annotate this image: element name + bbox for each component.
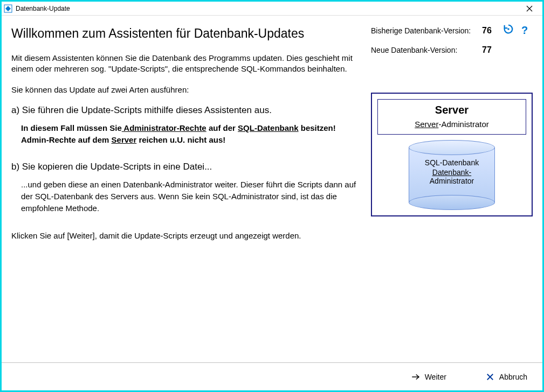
option-b-title: b) Sie kopieren die Update-Scripts in ei… (11, 162, 360, 172)
option-a-title: a) Sie führen die Update-Scripts mithilf… (11, 105, 360, 116)
note-pre: In diesem Fall müssen Sie (21, 123, 122, 132)
restore-icon[interactable] (502, 23, 514, 38)
cancel-button-label: Abbruch (499, 373, 527, 381)
option-b-body: ...und geben diese an einen Datenbank-Ad… (21, 179, 360, 214)
server-admin-ul: Server (415, 120, 438, 129)
arrow-right-icon (411, 372, 421, 382)
option-a-note: In diesem Fall müssen Sie Administrator-… (21, 122, 360, 146)
help-icon[interactable]: ? (521, 24, 528, 37)
note-admin: Administrator-Rechte (122, 123, 206, 132)
window: Datenbank-Update Willkommen zum Assisten… (0, 0, 544, 392)
ways-line: Sie können das Update auf zwei Arten aus… (11, 85, 360, 95)
new-version-row: Neue Datenbank-Version: 77 (371, 45, 533, 55)
db-admin-line2: Administrator (430, 177, 474, 185)
prev-version-label: Bisherige Datenbank-Version: (371, 26, 482, 35)
footer-bar: Weiter Abbruch (2, 362, 542, 390)
next-button[interactable]: Weiter (408, 370, 450, 384)
cancel-icon (485, 372, 495, 382)
db-admin: Datenbank- (409, 168, 495, 177)
prev-version-value: 76 (482, 26, 500, 36)
close-icon (526, 5, 533, 12)
server-title: Server (378, 104, 526, 116)
note-mid: auf der (206, 123, 238, 132)
page-title: Willkommen zum Assistenten für Datenbank… (11, 26, 360, 41)
close-button[interactable] (519, 2, 540, 15)
intro-text: Mit diesem Assistenten können Sie die Da… (11, 53, 360, 75)
new-version-value: 77 (482, 45, 500, 55)
svg-point-1 (507, 28, 509, 30)
window-title: Datenbank-Update (16, 5, 70, 12)
server-admin: Server-Administrator (378, 120, 526, 129)
left-column: Willkommen zum Assistenten für Datenbank… (11, 23, 371, 362)
next-button-label: Weiter (425, 373, 446, 381)
right-column: Bisherige Datenbank-Version: 76 ? Neue D… (371, 23, 533, 362)
db-title: SQL-Datenbank (409, 158, 495, 167)
new-version-label: Neue Datenbank-Version: (371, 46, 482, 54)
db-cylinder-text: SQL-Datenbank Datenbank- Administrator (409, 158, 495, 185)
note-server: Server (112, 135, 137, 144)
footer-hint: Klicken Sie auf [Weiter], damit die Upda… (11, 230, 360, 241)
prev-version-row: Bisherige Datenbank-Version: 76 ? (371, 23, 533, 38)
note-sqldb: SQL-Datenbank (238, 123, 299, 132)
server-box: Server Server-Administrator (377, 99, 526, 135)
app-icon (4, 4, 12, 13)
db-cylinder: SQL-Datenbank Datenbank- Administrator (409, 140, 495, 210)
cancel-button[interactable]: Abbruch (482, 370, 531, 384)
titlebar: Datenbank-Update (2, 2, 542, 16)
server-diagram: Server Server-Administrator SQL-Datenban… (371, 93, 533, 216)
server-admin-rest: -Administrator (438, 120, 488, 129)
content-area: Willkommen zum Assistenten für Datenbank… (2, 16, 542, 362)
note-post2: reichen u.U. nicht aus! (136, 135, 225, 144)
